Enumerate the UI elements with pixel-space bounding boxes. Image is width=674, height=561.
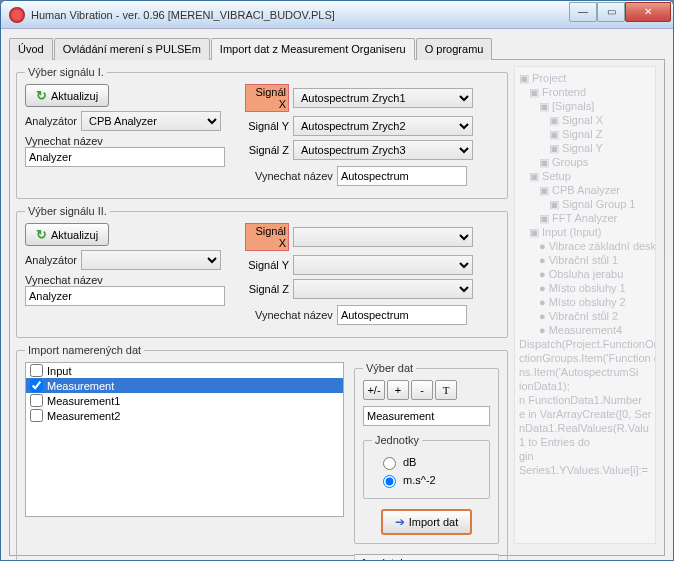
list-item[interactable]: Measurement2	[26, 408, 343, 423]
tree-node[interactable]: ▣ Project	[519, 71, 651, 85]
tab-about[interactable]: O programu	[416, 38, 493, 60]
signaly2-select[interactable]	[293, 255, 473, 275]
list-item-label: Input	[47, 365, 71, 377]
signal-group-1: Výber signálu I. ↻ Aktualizuj Analyzátor	[16, 66, 508, 199]
tree-node[interactable]: ● Vibrace základní deska	[519, 239, 651, 253]
signal2-legend: Výber signálu II.	[25, 205, 110, 217]
titlebar[interactable]: Human Vibration - ver. 0.96 [MERENI_VIBR…	[1, 1, 673, 29]
list-item-checkbox[interactable]	[30, 409, 43, 422]
tree-node[interactable]: ● Místo obsluhy 2	[519, 295, 651, 309]
refresh-button-1[interactable]: ↻ Aktualizuj	[25, 84, 109, 107]
units-legend: Jednotky	[372, 434, 422, 446]
list-item[interactable]: Input	[26, 363, 343, 378]
status-bar: 1 poloţek	[354, 554, 499, 561]
vynechat2-input[interactable]	[25, 286, 225, 306]
signalz2-select[interactable]	[293, 279, 473, 299]
vynechat1-input[interactable]	[25, 147, 225, 167]
close-button[interactable]: ✕	[625, 2, 671, 22]
list-item-checkbox[interactable]	[30, 394, 43, 407]
signalx1-select[interactable]: Autospectrum Zrych1	[293, 88, 473, 108]
tree-node[interactable]: ctionGroups.Item('Function da	[519, 351, 651, 365]
toggle-all-button[interactable]: +/-	[363, 380, 385, 400]
vyber-text-input[interactable]	[363, 406, 490, 426]
analyzator1-select[interactable]: CPB Analyzer	[81, 111, 221, 131]
list-item-checkbox[interactable]	[30, 379, 43, 392]
tool-t-button[interactable]: T	[435, 380, 457, 400]
signaly2-label: Signál Y	[245, 259, 289, 271]
tree-node[interactable]: ▣ Setup	[519, 169, 651, 183]
structure-tree[interactable]: ▣ Project▣ Frontend▣ [Signals]▣ Signal X…	[514, 66, 656, 544]
tree-node[interactable]: 1 to Entries do	[519, 435, 651, 449]
vynechat2-label: Vynechat název	[25, 274, 235, 286]
tab-import[interactable]: Import dat z Measurement Organiseru	[211, 38, 415, 60]
tree-node[interactable]: ▣ Input (Input)	[519, 225, 651, 239]
analyzator2-select[interactable]	[81, 250, 221, 270]
signal1-legend: Výber signálu I.	[25, 66, 107, 78]
tree-node[interactable]: ▣ [Signals]	[519, 99, 651, 113]
tree-node[interactable]: ▣ Signal Z	[519, 127, 651, 141]
signalz1-select[interactable]: Autospectrum Zrych3	[293, 140, 473, 160]
list-item-label: Measurement1	[47, 395, 120, 407]
analyzator2-label: Analyzátor	[25, 254, 77, 266]
selection-toolbar: +/- + - T	[363, 380, 490, 400]
import-legend: Import namerených dat	[25, 344, 144, 356]
tree-node[interactable]: gin	[519, 449, 651, 463]
unit-db-label: dB	[403, 456, 416, 468]
unit-db-radio[interactable]	[383, 457, 396, 470]
unit-ms-radio[interactable]	[383, 475, 396, 488]
tree-node[interactable]: ▣ Signal X	[519, 113, 651, 127]
tab-content: Výber signálu I. ↻ Aktualizuj Analyzátor	[9, 60, 665, 556]
list-item-checkbox[interactable]	[30, 364, 43, 377]
signalz1-label: Signál Z	[245, 144, 289, 156]
tree-node[interactable]: ● Measurement4	[519, 323, 651, 337]
tree-node[interactable]: ▣ Frontend	[519, 85, 651, 99]
tree-node[interactable]: Dispatch(Project.FunctionOrgani	[519, 337, 651, 351]
measurement-list[interactable]: InputMeasurementMeasurement1Measurement2	[25, 362, 344, 517]
tree-node[interactable]: ▣ CPB Analyzer	[519, 183, 651, 197]
refresh-icon: ↻	[36, 227, 47, 242]
signaly1-select[interactable]: Autospectrum Zrych2	[293, 116, 473, 136]
list-item[interactable]: Measurement	[26, 378, 343, 393]
analyzator1-label: Analyzátor	[25, 115, 77, 127]
tree-node[interactable]: ▣ Groups	[519, 155, 651, 169]
vyber-legend: Výber dat	[363, 362, 416, 374]
tree-node[interactable]: e in VarArrayCreate([0, Ser	[519, 407, 651, 421]
import-button-label: Import dat	[409, 516, 459, 528]
refresh-button-2[interactable]: ↻ Aktualizuj	[25, 223, 109, 246]
tree-node[interactable]: n FunctionData1.Number	[519, 393, 651, 407]
signalx1-label: Signál X	[245, 84, 289, 112]
refresh-label: Aktualizuj	[51, 229, 98, 241]
vynechat2b-input[interactable]	[337, 305, 467, 325]
refresh-icon: ↻	[36, 88, 47, 103]
signalx2-select[interactable]	[293, 227, 473, 247]
tree-node[interactable]: Series1.YValues.Value[i]:=	[519, 463, 651, 477]
tree-node[interactable]: nData1.RealValues(R.Valu	[519, 421, 651, 435]
signalz2-label: Signál Z	[245, 283, 289, 295]
tabstrip: Úvod Ovládání merení s PULSEm Import dat…	[9, 37, 665, 60]
list-item[interactable]: Measurement1	[26, 393, 343, 408]
tree-node[interactable]: ▣ FFT Analyzer	[519, 211, 651, 225]
vynechat2b-label: Vynechat název	[255, 309, 333, 321]
tree-node[interactable]: ▣ Signal Y	[519, 141, 651, 155]
import-button[interactable]: ➔ Import dat	[381, 509, 473, 535]
tree-node[interactable]: ● Obsluha jerabu	[519, 267, 651, 281]
tree-node[interactable]: ● Místo obsluhy 1	[519, 281, 651, 295]
tree-node[interactable]: ▣ Signal Group 1	[519, 197, 651, 211]
tree-node[interactable]: ionData1);	[519, 379, 651, 393]
client-area: Úvod Ovládání merení s PULSEm Import dat…	[1, 29, 673, 560]
vynechat1b-input[interactable]	[337, 166, 467, 186]
tree-node[interactable]: ● Vibrační stůl 1	[519, 253, 651, 267]
vynechat1b-label: Vynechat název	[255, 170, 333, 182]
deselect-all-button[interactable]: -	[411, 380, 433, 400]
minimize-button[interactable]: —	[569, 2, 597, 22]
tab-ovladani[interactable]: Ovládání merení s PULSEm	[54, 38, 210, 60]
app-icon	[9, 7, 25, 23]
list-item-label: Measurement2	[47, 410, 120, 422]
tree-node[interactable]: ns.Item('AutospectrumSi	[519, 365, 651, 379]
window-title: Human Vibration - ver. 0.96 [MERENI_VIBR…	[31, 9, 569, 21]
tree-node[interactable]: ● Vibrační stůl 2	[519, 309, 651, 323]
refresh-label: Aktualizuj	[51, 90, 98, 102]
select-all-button[interactable]: +	[387, 380, 409, 400]
maximize-button[interactable]: ▭	[597, 2, 625, 22]
tab-uvod[interactable]: Úvod	[9, 38, 53, 60]
